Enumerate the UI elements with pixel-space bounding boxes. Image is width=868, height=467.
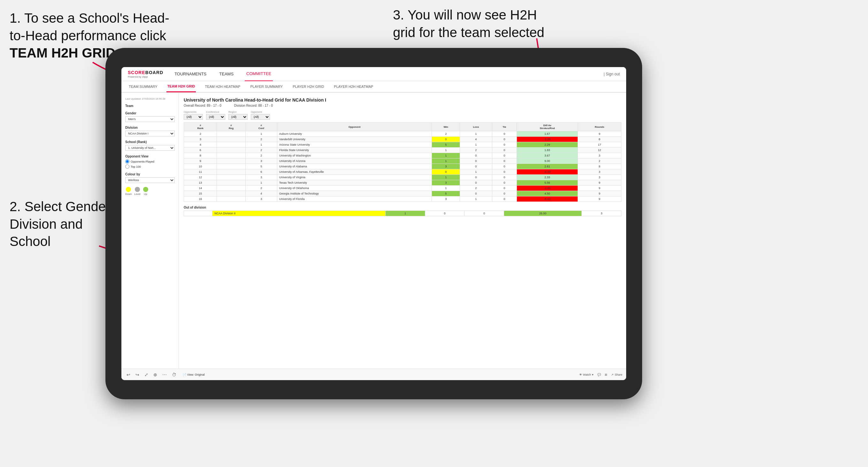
legend-down-dot xyxy=(126,187,131,192)
filter-opponent: Opponent (All) xyxy=(251,111,270,120)
school-section: School (Rank) 1. University of Nort... xyxy=(125,140,175,151)
nav-teams[interactable]: TEAMS xyxy=(218,67,235,81)
col-tie: Tie xyxy=(492,123,517,131)
radio-opponents-played[interactable]: Opponents Played xyxy=(125,159,175,163)
sub-nav-player-summary[interactable]: PLAYER SUMMARY xyxy=(249,81,284,92)
sub-nav-player-h2h-heatmap[interactable]: PLAYER H2H HEATMAP xyxy=(333,81,374,92)
view-label[interactable]: 📄 View: Original xyxy=(183,373,205,376)
team-label: Team xyxy=(125,104,175,107)
filter-opponents-select[interactable]: (All) xyxy=(184,114,203,120)
table-row: 8 2 University of Washington 1 0 0 3.67 … xyxy=(184,153,621,158)
table-row: 2 1 Auburn University 2 1 0 1.67 9 xyxy=(184,131,621,137)
legend-level-dot xyxy=(135,187,140,192)
sub-nav: TEAM SUMMARY TEAM H2H GRID TEAM H2H HEAT… xyxy=(121,81,626,93)
col-rounds: Rounds xyxy=(578,123,621,131)
tablet-frame: SCORESCOREBOARDBOARD Powered by clippi T… xyxy=(105,48,642,399)
col-reg: #Reg xyxy=(217,123,245,131)
filter-opponents-label: Opponents: xyxy=(184,111,203,114)
out-of-division-row: NCAA Division II 1 0 0 26.00 3 xyxy=(184,211,621,216)
main-content: Last Updated: 27/03/2024 16:55:38 Team G… xyxy=(121,93,626,369)
nav-tournaments[interactable]: TOURNAMENTS xyxy=(173,67,208,81)
table-row: 13 1 Texas Tech University 3 0 0 5.56 9 xyxy=(184,180,621,186)
sign-out[interactable]: | Sign out xyxy=(604,72,620,76)
annotation-bottom-left: 2. Select Gender, Division and School xyxy=(9,198,114,250)
record-row: Overall Record: 89 - 17 - 0 Division Rec… xyxy=(184,104,621,107)
colour-by-label: Colour by xyxy=(125,173,175,176)
table-row: 3 2 Vanderbilt University 0 4 0 -2.29 8 xyxy=(184,137,621,142)
sub-nav-team-summary[interactable]: TEAM SUMMARY xyxy=(128,81,158,92)
bottom-toolbar: ↩ ↪ ⤢ ⊕ ⋯ ⏱ 📄 View: Original 👁 Watch ▾ 💬… xyxy=(121,369,626,380)
gender-label: Gender xyxy=(125,112,175,115)
col-diff: Diff AvStrokes/Rnd xyxy=(517,123,578,131)
filter-opponents: Opponents: (All) xyxy=(184,111,203,120)
legend-down: Down xyxy=(125,187,132,195)
col-loss: Loss xyxy=(460,123,492,131)
color-legend: Down Level Up xyxy=(125,187,175,195)
table-row: 10 5 University of Alabama 3 0 0 2.61 8 xyxy=(184,164,621,169)
gender-select[interactable]: Men's xyxy=(125,116,175,122)
out-of-division-table: NCAA Division II 1 0 0 26.00 3 xyxy=(184,211,621,216)
logo: SCORESCOREBOARDBOARD Powered by clippi xyxy=(128,70,163,78)
colour-by-section: Colour by Win/loss xyxy=(125,173,175,183)
filter-conference: Conference (All) xyxy=(206,111,225,120)
tablet-screen: SCORESCOREBOARDBOARD Powered by clippi T… xyxy=(121,67,626,380)
redo-btn[interactable]: ↪ xyxy=(134,372,141,378)
col-rank: #Rank xyxy=(184,123,217,131)
legend-up-dot xyxy=(143,187,148,192)
opponent-view-section: Opponent View Opponents Played Top 100 xyxy=(125,155,175,169)
table-row: 11 6 University of Arkansas, Fayettevill… xyxy=(184,169,621,175)
nav-items: TOURNAMENTS TEAMS COMMITTEE xyxy=(173,67,603,81)
col-conf: #Conf xyxy=(245,123,277,131)
filter-region: Region (All) xyxy=(228,111,248,120)
division-select[interactable]: NCAA Division I xyxy=(125,131,175,136)
table-row: 16 3 University of Florida 3 1 0 -6.42 9 xyxy=(184,196,621,202)
toolbar-right: 👁 Watch ▾ 💬 ⊞ ↗ Share xyxy=(579,373,622,376)
table-row: 12 3 University of Virginia 1 0 0 2.33 3 xyxy=(184,175,621,180)
zoom-btn[interactable]: ⤢ xyxy=(143,372,150,378)
comment-btn[interactable]: 💬 xyxy=(597,373,601,376)
opponent-view-label: Opponent View xyxy=(125,155,175,158)
share-btn[interactable]: ↗ Share xyxy=(611,373,622,376)
table-row: 4 1 Arizona State University 5 1 0 2.29 … xyxy=(184,142,621,148)
team-section: Team xyxy=(125,104,175,107)
opponent-view-radios: Opponents Played Top 100 xyxy=(125,159,175,169)
sidebar: Last Updated: 27/03/2024 16:55:38 Team G… xyxy=(121,93,179,369)
filter-conference-select[interactable]: (All) xyxy=(206,114,225,120)
legend-level: Level xyxy=(134,187,140,195)
sub-nav-team-h2h-grid[interactable]: TEAM H2H GRID xyxy=(166,81,196,92)
sub-nav-team-h2h-heatmap[interactable]: TEAM H2H HEATMAP xyxy=(204,81,241,92)
radio-top100[interactable]: Top 100 xyxy=(125,164,175,169)
clock-btn[interactable]: ⏱ xyxy=(170,372,178,378)
nav-committee[interactable]: COMMITTEE xyxy=(245,67,273,81)
table-row: 14 2 University of Oklahoma 1 2 0 -1.00 … xyxy=(184,186,621,191)
col-opponent: Opponent xyxy=(277,123,432,131)
filter-opponent-select[interactable]: (All) xyxy=(251,114,270,120)
undo-btn[interactable]: ↩ xyxy=(125,372,132,378)
watch-btn[interactable]: 👁 Watch ▾ xyxy=(579,373,594,376)
col-win: Win xyxy=(432,123,460,131)
filter-region-select[interactable]: (All) xyxy=(228,114,248,120)
copy-btn[interactable]: ⊕ xyxy=(152,372,158,378)
grid-title: University of North Carolina Head-to-Hea… xyxy=(184,97,621,102)
legend-up: Up xyxy=(143,187,148,195)
h2h-table: #Rank #Reg #Conf Opponent Win Loss Tie D… xyxy=(184,122,621,202)
filter-conference-label: Conference xyxy=(206,111,225,114)
filter-opponent-label: Opponent xyxy=(251,111,270,114)
filter-region-label: Region xyxy=(228,111,248,114)
logo-area: SCORESCOREBOARDBOARD Powered by clippi xyxy=(128,70,163,78)
division-label: Division xyxy=(125,126,175,129)
school-select[interactable]: 1. University of Nort... xyxy=(125,145,175,151)
top-nav: SCORESCOREBOARDBOARD Powered by clippi T… xyxy=(121,67,626,81)
filters-row: Opponents: (All) Conference (All) Region… xyxy=(184,111,621,120)
table-row: 6 2 Florida State University 1 2 0 1.83 … xyxy=(184,148,621,153)
division-section: Division NCAA Division I xyxy=(125,126,175,136)
annotation-top-right: 3. You will now see H2H grid for the tea… xyxy=(393,6,545,41)
share-grid-btn[interactable]: ⊞ xyxy=(605,373,607,376)
out-of-division-label: Out of division xyxy=(184,206,621,209)
colour-by-select[interactable]: Win/loss xyxy=(125,177,175,183)
grid-area: University of North Carolina Head-to-Hea… xyxy=(179,93,626,369)
timestamp: Last Updated: 27/03/2024 16:55:38 xyxy=(125,97,175,100)
school-label: School (Rank) xyxy=(125,140,175,144)
sub-nav-player-h2h-grid[interactable]: PLAYER H2H GRID xyxy=(292,81,325,92)
more-btn[interactable]: ⋯ xyxy=(161,372,168,378)
